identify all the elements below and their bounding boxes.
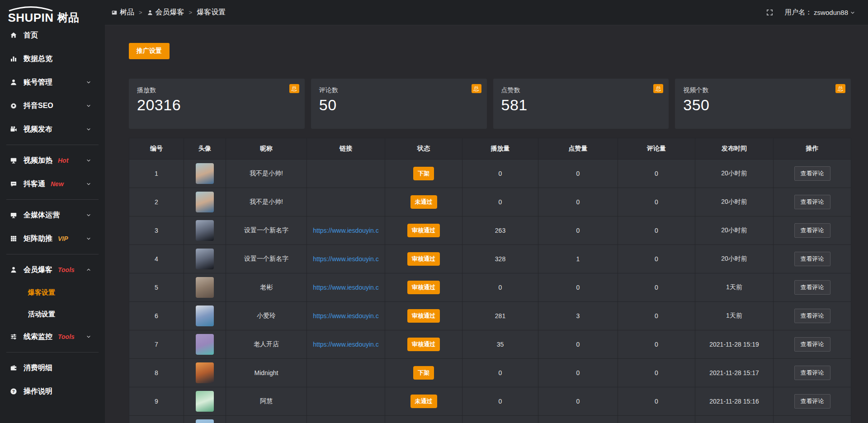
sidebar-item-label: 视频加热	[24, 156, 52, 165]
video-link[interactable]: https://www.iesdouyin.c	[313, 227, 379, 234]
video-link[interactable]: https://www.iesdouyin.c	[313, 284, 379, 291]
grid-icon	[10, 235, 17, 242]
breadcrumb-label: 爆客设置	[197, 8, 226, 17]
cell-nickname	[226, 416, 307, 423]
svg-text:?: ?	[12, 389, 15, 394]
chevron-down-icon	[86, 103, 98, 108]
view-comments-button[interactable]: 查看评论	[794, 366, 830, 380]
cell-avatar	[184, 216, 226, 245]
sidebar-item-data-overview[interactable]: 数据总览	[0, 47, 105, 70]
cell-action: 查看评论	[774, 387, 851, 416]
sidebar-item-douketong[interactable]: 抖客通New	[0, 172, 105, 196]
cell-link	[307, 359, 385, 387]
cell-comments: 0	[618, 245, 695, 273]
stat-label: 视频个数	[683, 86, 843, 94]
sidebar-item-label: 抖音SEO	[24, 101, 53, 111]
sliders-icon	[10, 333, 17, 340]
cell-likes: 1	[538, 245, 618, 273]
sidebar-menu: 首页数据总览账号管理抖音SEO视频发布视频加热Hot抖客通New全媒体运营矩阵助…	[0, 24, 105, 403]
cell-likes: 0	[538, 330, 618, 359]
brand-logo: SHUPIN 树品	[0, 0, 105, 24]
sidebar-item-clue-monitor[interactable]: 线索监控Tools	[0, 325, 105, 348]
status-badge[interactable]: 下架	[413, 167, 434, 180]
cell-status: 审核通过	[385, 245, 462, 273]
status-badge[interactable]: 下架	[413, 366, 434, 380]
video-link[interactable]: https://www.iesdouyin.c	[313, 255, 379, 263]
status-badge[interactable]: 未通过	[410, 195, 437, 209]
view-comments-button[interactable]: 查看评论	[794, 223, 830, 238]
avatar	[196, 249, 214, 269]
cell-nickname: 阿慧	[226, 387, 307, 416]
sidebar-item-label: 抖客通	[24, 179, 45, 189]
chevron-down-icon	[86, 80, 98, 85]
view-comments-button[interactable]: 查看评论	[794, 280, 830, 295]
sidebar-item-operation-guide[interactable]: ?操作说明	[0, 380, 105, 403]
stat-card: 播放数20316总	[129, 79, 305, 129]
cell-avatar	[184, 330, 226, 359]
fullscreen-icon[interactable]	[766, 9, 773, 16]
sidebar-item-media-operation[interactable]: 全媒体运营	[0, 203, 105, 227]
status-badge[interactable]: 审核通过	[407, 281, 440, 294]
sidebar-item-consumption-detail[interactable]: 消费明细	[0, 356, 105, 380]
username-dropdown[interactable]: 用户名：zswodun88	[785, 8, 855, 17]
sidebar-item-account-management[interactable]: 账号管理	[0, 70, 105, 94]
sidebar-item-video-publish[interactable]: 视频发布	[0, 118, 105, 141]
chat-icon	[10, 180, 17, 188]
sidebar-subitem-baoke-settings[interactable]: 爆客设置	[0, 282, 105, 303]
video-link[interactable]: https://www.iesdouyin.c	[313, 341, 379, 348]
main-area: 树品>会员爆客>爆客设置 用户名：zswodun88 推广设置 播放数20316…	[105, 0, 868, 423]
user-icon	[10, 79, 17, 86]
sidebar-item-member-baoke[interactable]: 会员爆客Tools	[0, 258, 105, 282]
table-header-row: 编号头像昵称链接状态播放量点赞量评论量发布时间操作	[129, 138, 851, 160]
video-link[interactable]: https://www.iesdouyin.c	[313, 312, 379, 320]
breadcrumb-item-shupin[interactable]: 树品	[111, 8, 134, 17]
chevron-down-icon	[86, 127, 91, 132]
breadcrumb-separator: >	[189, 9, 193, 16]
cell-id: 9	[129, 387, 184, 416]
cell-likes: 0	[538, 216, 618, 245]
status-badge[interactable]: 审核通过	[407, 309, 440, 323]
cell-plays: 0	[462, 160, 538, 188]
user-area: 用户名：zswodun88	[766, 8, 855, 17]
breadcrumb-item-baoke-settings: 爆客设置	[197, 8, 226, 17]
view-comments-button[interactable]: 查看评论	[794, 337, 830, 352]
cell-action: 查看评论	[774, 302, 851, 330]
content-area: 推广设置 播放数20316总评论数50总点赞数581总视频个数350总 编号头像…	[105, 25, 868, 423]
chevron-down-icon	[86, 158, 91, 163]
status-badge[interactable]: 审核通过	[407, 252, 440, 266]
sidebar-item-label: 数据总览	[24, 54, 52, 64]
cell-nickname: 老彬	[226, 273, 307, 302]
view-comments-button[interactable]: 查看评论	[794, 252, 830, 266]
sidebar-item-video-heating[interactable]: 视频加热Hot	[0, 149, 105, 172]
view-comments-button[interactable]: 查看评论	[794, 166, 830, 181]
total-badge: 总	[289, 84, 299, 93]
view-comments-button[interactable]: 查看评论	[794, 195, 830, 209]
sidebar-item-douyin-seo[interactable]: 抖音SEO	[0, 94, 105, 118]
promo-settings-button[interactable]: 推广设置	[129, 43, 170, 59]
sidebar-item-tag: Tools	[58, 266, 75, 273]
sidebar-item-matrix-boost[interactable]: 矩阵助推VIP	[0, 227, 105, 250]
cell-link	[307, 387, 385, 416]
cell-action: 查看评论	[774, 160, 851, 188]
cell-nickname: 我不是小帅!	[226, 160, 307, 188]
view-comments-button[interactable]: 查看评论	[794, 394, 830, 409]
total-badge: 总	[835, 84, 845, 93]
status-badge[interactable]: 未通过	[410, 395, 437, 408]
view-comments-button[interactable]: 查看评论	[794, 309, 830, 323]
cell-plays: 263	[462, 216, 538, 245]
table-row: 2我不是小帅!未通过00020小时前查看评论	[129, 188, 851, 216]
cell-publish_time	[695, 416, 774, 423]
status-badge[interactable]: 审核通过	[407, 224, 440, 237]
column-header-plays: 播放量	[462, 138, 538, 160]
status-badge[interactable]: 审核通过	[407, 338, 440, 351]
cell-link	[307, 160, 385, 188]
column-header-likes: 点赞量	[538, 138, 618, 160]
breadcrumb-item-member-baoke[interactable]: 会员爆客	[147, 8, 184, 17]
sidebar-item-home[interactable]: 首页	[0, 24, 105, 47]
column-header-publish_time: 发布时间	[695, 138, 774, 160]
sidebar-subitem-activity-settings[interactable]: 活动设置	[0, 303, 105, 325]
cell-nickname: 设置一个新名字	[226, 245, 307, 273]
cell-avatar	[184, 387, 226, 416]
monitor-icon	[10, 212, 17, 219]
column-header-link: 链接	[307, 138, 385, 160]
